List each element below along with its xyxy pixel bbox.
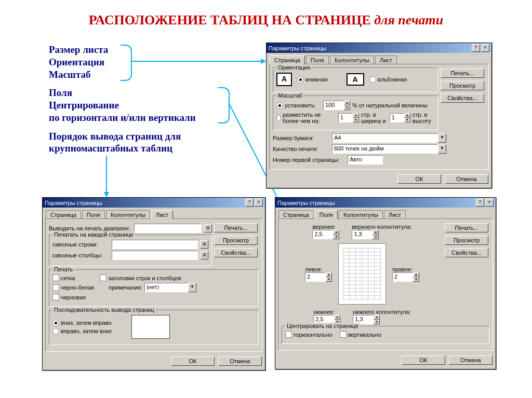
- panel-page: Печать... Просмотр Свойства... Ориентаци…: [269, 64, 489, 170]
- close-button[interactable]: ×: [485, 199, 494, 207]
- tab-fields[interactable]: Поля: [82, 210, 105, 219]
- dialog-sheet: Параметры страницы ? × Страница Поля Кол…: [42, 197, 265, 370]
- tab-headers[interactable]: Колонтитулы: [330, 56, 374, 64]
- preview-button[interactable]: Просмотр: [445, 236, 488, 245]
- radio-landscape[interactable]: альбомная: [369, 76, 407, 83]
- firstpage-input[interactable]: Авто: [348, 155, 383, 164]
- ok-button[interactable]: ОК: [171, 356, 215, 366]
- order-preview-icon: [131, 315, 170, 339]
- annot-line: Поля: [49, 87, 225, 99]
- portrait-icon: A: [276, 73, 292, 86]
- tab-headers[interactable]: Колонтитулы: [339, 210, 383, 219]
- print-range-input[interactable]: [134, 224, 202, 233]
- close-button[interactable]: ×: [481, 44, 489, 52]
- firstpage-label: Номер первой страницы:: [273, 157, 345, 163]
- top-spinner[interactable]: 2,5▲▼: [312, 230, 339, 239]
- check-grid[interactable]: сетка: [52, 275, 75, 281]
- tab-sheet[interactable]: Лист: [375, 56, 397, 64]
- radio-portrait[interactable]: книжная: [297, 76, 328, 83]
- panel-margins: Печать... Просмотр Свойства... верхнее:2…: [278, 218, 493, 351]
- properties-button[interactable]: Свойства...: [445, 248, 488, 257]
- check-headers[interactable]: заголовки строк и столбцов: [100, 275, 181, 281]
- titlebar[interactable]: Параметры страницы ? ×: [275, 198, 496, 208]
- print-legend: Печать: [52, 266, 74, 272]
- help-button[interactable]: ?: [245, 199, 254, 207]
- range-picker-icon[interactable]: ⊞: [200, 240, 208, 249]
- ok-button[interactable]: ОК: [397, 174, 441, 184]
- radio-over-down[interactable]: вправо, затем вниз: [52, 328, 112, 335]
- paper-label: Размер бумаги:: [273, 135, 330, 141]
- each-page-group: Печатать на каждой странице сквозные стр…: [49, 235, 212, 266]
- print-button[interactable]: Печать...: [214, 223, 258, 232]
- panel-sheet: Печать... Просмотр Свойства... Выводить …: [45, 218, 262, 352]
- titlebar[interactable]: Параметры страницы ? ×: [43, 198, 265, 208]
- scale-suffix: % от натуральной величины: [352, 102, 428, 108]
- tab-fields[interactable]: Поля: [306, 56, 329, 64]
- properties-button[interactable]: Свойства...: [214, 248, 258, 257]
- close-button[interactable]: ×: [255, 199, 263, 207]
- page-title: РАСПОЛОЖЕНИЕ ТАБЛИЦ НА СТРАНИЦЕ для печа…: [0, 0, 532, 32]
- center-group: Центрировать на странице горизонтально в…: [282, 326, 489, 344]
- paper-dropdown[interactable]: A4▼: [332, 133, 446, 143]
- print-button[interactable]: Печать...: [441, 68, 484, 78]
- preview-button[interactable]: Просмотр: [441, 81, 484, 90]
- fit-w-spinner[interactable]: 1▲▼: [338, 113, 359, 122]
- titlebar[interactable]: Параметры страницы ? ×: [267, 43, 491, 53]
- center-legend: Центрировать на странице: [285, 323, 360, 329]
- arrow-icon: [101, 156, 112, 197]
- page-order-group: Последовательность вывода страниц вниз, …: [49, 310, 259, 345]
- dialog-margins: Параметры страницы ? × Страница Поля Кол…: [275, 197, 496, 369]
- svg-marker-1: [261, 59, 266, 64]
- tab-page[interactable]: Страница: [278, 210, 314, 219]
- brace-icon: [218, 87, 230, 123]
- cancel-button[interactable]: Отмена: [449, 355, 493, 365]
- through-cols-input[interactable]: [112, 251, 198, 260]
- check-horiz[interactable]: горизонтально: [285, 331, 332, 338]
- dialog-title: Параметры страницы: [269, 45, 471, 51]
- fit-h-spinner[interactable]: 1▲▼: [390, 113, 410, 122]
- range-picker-icon[interactable]: ⊞: [204, 224, 212, 232]
- notes-dropdown[interactable]: (нет)▼: [144, 283, 196, 292]
- check-vert[interactable]: вертикально: [340, 331, 381, 338]
- scale-spinner[interactable]: 100▲▼: [323, 101, 350, 110]
- cancel-button[interactable]: Отмена: [445, 174, 488, 184]
- properties-button[interactable]: Свойства...: [441, 93, 484, 103]
- landscape-icon: A: [347, 73, 364, 86]
- check-bw[interactable]: черно-белая: [52, 284, 94, 291]
- scale-group: Масштаб установить: 100▲▼ % от натуральн…: [273, 95, 438, 130]
- tab-page[interactable]: Страница: [46, 210, 81, 219]
- tab-sheet[interactable]: Лист: [151, 210, 173, 219]
- cancel-button[interactable]: Отмена: [218, 356, 262, 366]
- help-button[interactable]: ?: [476, 199, 484, 207]
- ok-button[interactable]: ОК: [402, 355, 445, 365]
- tab-page[interactable]: Страница: [270, 56, 305, 64]
- through-rows-input[interactable]: [112, 240, 198, 249]
- left-spinner[interactable]: 2▲▼: [305, 272, 332, 282]
- annot-line: Центрирование: [49, 99, 225, 112]
- check-draft[interactable]: черновая: [52, 294, 86, 300]
- annot-line: Ориентация: [49, 56, 225, 68]
- help-button[interactable]: ?: [472, 44, 480, 52]
- print-range-label: Выводить на печать диапазон:: [49, 225, 132, 231]
- radio-down-over[interactable]: вниз, затем вправо: [52, 320, 112, 326]
- margin-preview-icon: [338, 243, 386, 305]
- radio-set[interactable]: установить:: [276, 102, 316, 109]
- quality-label: Качество печати:: [273, 146, 330, 152]
- radio-fit[interactable]: разместить не более чем на:: [276, 112, 331, 124]
- right-spinner[interactable]: 2▲▼: [392, 272, 419, 282]
- dialog-title: Параметры страницы: [277, 200, 475, 206]
- preview-button[interactable]: Просмотр: [214, 236, 258, 245]
- tab-headers[interactable]: Колонтитулы: [106, 210, 150, 219]
- annotations: Размер листа Ориентация Масштаб Поля Цен…: [49, 44, 225, 161]
- tab-sheet[interactable]: Лист: [384, 210, 406, 219]
- header-spinner[interactable]: 1,3▲▼: [352, 230, 379, 239]
- annot-line: по горизонтали и/или вертикали: [49, 112, 225, 124]
- range-picker-icon[interactable]: ⊞: [200, 251, 208, 259]
- annot-line: Масштаб: [49, 68, 225, 81]
- tab-fields[interactable]: Поля: [315, 210, 338, 219]
- order-legend: Последовательность вывода страниц: [52, 307, 156, 313]
- annot-line: Порядок вывода страниц для: [49, 130, 225, 143]
- dialog-title: Параметры страницы: [45, 200, 244, 206]
- quality-dropdown[interactable]: 600 точек на дюйм▼: [332, 144, 446, 154]
- print-button[interactable]: Печать...: [445, 223, 488, 232]
